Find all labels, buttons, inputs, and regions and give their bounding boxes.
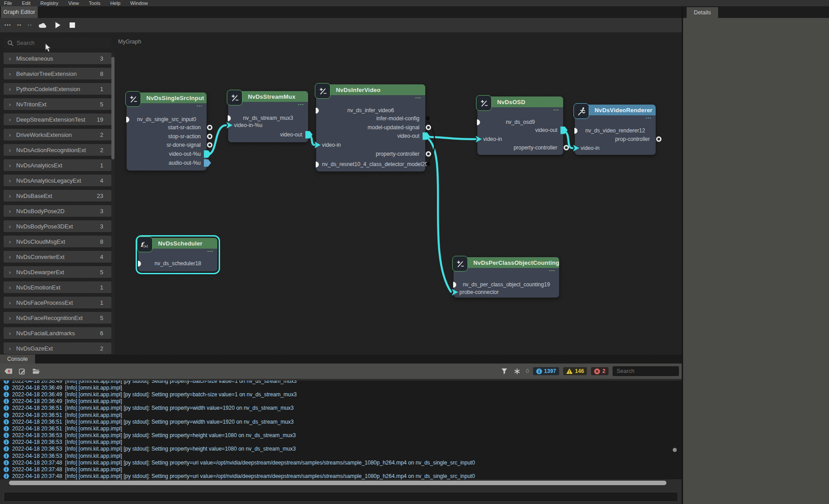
palette-item-DriveWorksExtension[interactable]: ›DriveWorksExtension2 xyxy=(4,129,111,140)
port-prop-controller[interactable]: prop-controller xyxy=(575,136,656,143)
output-tag-marker[interactable] xyxy=(423,132,430,140)
ring-port-marker[interactable] xyxy=(564,145,569,150)
palette-item-NvDsFacialLandmarks[interactable]: ›NvDsFacialLandmarks6 xyxy=(4,327,111,339)
menu-item-edit[interactable]: Edit xyxy=(22,0,31,6)
node-options-dots[interactable]: ••• xyxy=(553,108,559,112)
log-row[interactable]: 2022-04-18 20:37:48 [Info] [omni.kit.app… xyxy=(0,466,682,473)
node-options-dots[interactable]: ••• xyxy=(207,249,213,253)
port-start-sr-action[interactable]: start-sr-action xyxy=(127,124,207,131)
palette-item-NvDsDewarperExt[interactable]: ›NvDsDewarperExt5 xyxy=(4,266,111,278)
port-nv_ds_per_class_object_counting19[interactable]: nv_ds_per_class_object_counting19 xyxy=(454,281,559,288)
tab-console[interactable]: Console xyxy=(0,355,35,364)
log-row[interactable]: 2022-04-18 20:36:51 [Info] [omni.kit.app… xyxy=(0,425,682,432)
palette-scrollbar[interactable] xyxy=(111,53,115,355)
connected-dot-marker[interactable] xyxy=(426,162,430,166)
palette-search-box[interactable] xyxy=(4,38,111,48)
instance-port-marker[interactable] xyxy=(316,108,319,114)
tab-details[interactable]: Details xyxy=(687,7,718,18)
log-row[interactable]: 2022-04-18 20:36:49 [Info] [omni.kit.app… xyxy=(0,398,682,405)
menu-item-file[interactable]: File xyxy=(4,0,12,6)
menu-item-help[interactable]: Help xyxy=(110,0,120,6)
log-row[interactable]: 2022-04-18 20:36:49 [Info] [omni.kit.app… xyxy=(0,381,682,384)
palette-item-PythonCodeletExtension[interactable]: ›PythonCodeletExtension1 xyxy=(4,83,111,95)
palette-search-input[interactable] xyxy=(17,40,102,46)
cloud-button[interactable] xyxy=(38,21,47,29)
palette-item-NvDsBodyPose2D[interactable]: ›NvDsBodyPose2D3 xyxy=(4,205,111,217)
port-property-controller[interactable]: property-controller xyxy=(477,144,563,151)
verbose-asterisk-icon[interactable] xyxy=(513,367,522,375)
port-nv_ds_single_src_input0[interactable]: nv_ds_single_src_input0 xyxy=(127,116,207,123)
port-video-in-%u[interactable]: video-in-%u xyxy=(228,122,308,129)
node-options-dots[interactable]: ••• xyxy=(549,268,555,272)
port-infer-model-config[interactable]: infer-model-config xyxy=(316,115,425,122)
instance-port-marker[interactable] xyxy=(126,117,129,123)
log-row[interactable]: 2022-04-18 20:36:53 [Info] [omni.kit.app… xyxy=(0,446,682,452)
edge-nvds-infer-video.video-out-to-nvds-per-class-object-counting.probe-connector[interactable] xyxy=(427,138,451,292)
dot-port-marker[interactable] xyxy=(426,116,430,120)
menu-item-window[interactable]: Window xyxy=(130,0,148,6)
palette-item-NvDsCloudMsgExt[interactable]: ›NvDsCloudMsgExt8 xyxy=(4,236,111,247)
node-nvds-scheduler[interactable]: NvDsSchedulerf(x)•••nv_ds_scheduler18 xyxy=(138,238,217,272)
port-stop-sr-action[interactable]: stop-sr-action xyxy=(127,133,207,140)
port-nv_ds_video_renderer12[interactable]: nv_ds_video_renderer12 xyxy=(575,127,656,134)
port-model-updated-signal[interactable]: model-updated-signal xyxy=(316,124,425,131)
ring-port-marker[interactable] xyxy=(207,125,212,130)
palette-item-NvDsEmotionExt[interactable]: ›NvDsEmotionExt1 xyxy=(4,281,111,293)
filter-funnel-icon[interactable] xyxy=(500,367,509,375)
node-options-dots[interactable]: ••• xyxy=(415,96,421,100)
input-arrow-marker[interactable] xyxy=(476,136,482,143)
input-arrow-marker[interactable] xyxy=(314,142,321,149)
log-row[interactable]: 2022-04-18 20:36:51 [Info] [omni.kit.app… xyxy=(0,418,682,425)
menu-item-registry[interactable]: Registry xyxy=(40,0,58,6)
instance-port-marker[interactable] xyxy=(316,162,319,167)
log-row[interactable]: 2022-04-18 20:36:49 [Info] [omni.kit.app… xyxy=(0,391,682,398)
palette-item-NvDsFaceProcessExt[interactable]: ›NvDsFaceProcessExt1 xyxy=(4,297,111,308)
ring-port-marker[interactable] xyxy=(656,136,661,142)
output-tag-marker[interactable] xyxy=(204,150,211,158)
port-property-controller[interactable]: property-controller xyxy=(316,150,425,158)
port-audio-out-%u[interactable]: audio-out-%u xyxy=(127,159,207,167)
output-tag-marker[interactable] xyxy=(305,131,313,139)
ring-port-marker[interactable] xyxy=(426,151,431,157)
node-nvds-stream-mux[interactable]: NvDsStreamMux•••nv_ds_stream_mux3video-i… xyxy=(228,91,308,142)
node-nvds-video-renderer[interactable]: NvDsVideoRenderer•••nv_ds_video_renderer… xyxy=(575,105,656,155)
palette-item-NvDsFaceRecognitionExt[interactable]: ›NvDsFaceRecognitionExt5 xyxy=(4,312,111,324)
output-tag-marker[interactable] xyxy=(204,159,211,167)
port-video-in[interactable]: video-in xyxy=(477,136,563,143)
palette-item-NvDsAnalyticsLegacyExt[interactable]: ›NvDsAnalyticsLegacyExt4 xyxy=(4,175,111,186)
open-folder-icon[interactable] xyxy=(31,367,40,375)
input-arrow-marker[interactable] xyxy=(573,145,579,152)
node-nvds-osd[interactable]: NvDsOSD•••nv_ds_osd9video-outvideo-inpro… xyxy=(477,96,563,155)
node-options-dots[interactable]: ••• xyxy=(298,102,304,106)
console-vertical-scrollbar-thumb[interactable] xyxy=(673,448,677,452)
toolbar-overflow-dots-2[interactable]: •• xyxy=(17,23,22,27)
instance-port-marker[interactable] xyxy=(228,115,231,121)
palette-item-Miscellaneous[interactable]: ›Miscellaneous3 xyxy=(4,53,111,64)
edit-script-icon[interactable] xyxy=(18,367,26,375)
console-search-input[interactable] xyxy=(613,366,679,376)
log-row[interactable]: 2022-04-18 20:37:48 [Info] [omni.kit.app… xyxy=(0,473,682,479)
instance-port-marker[interactable] xyxy=(574,128,578,134)
port-video-out[interactable]: video-out xyxy=(316,132,425,140)
node-nvds-infer-video[interactable]: NvDsInferVideo•••nv_ds_infer_video6infer… xyxy=(316,84,425,171)
node-nvds-single-src-input[interactable]: NvDsSingleSrcInput•••nv_ds_single_src_in… xyxy=(127,92,207,171)
port-video-out-%u[interactable]: video-out-%u xyxy=(127,150,207,158)
log-row[interactable]: 2022-04-18 20:36:51 [Info] [omni.kit.app… xyxy=(0,412,682,418)
console-log-area[interactable]: 2022-04-18 20:36:49 [Info] [omni.kit.app… xyxy=(0,381,682,479)
instance-port-marker[interactable] xyxy=(453,282,456,288)
port-nv_ds_scheduler18[interactable]: nv_ds_scheduler18 xyxy=(138,260,217,267)
warning-count-pill[interactable]: 146 xyxy=(563,367,587,375)
ring-port-marker[interactable] xyxy=(207,142,212,148)
palette-scrollbar-thumb[interactable] xyxy=(111,57,115,159)
stop-button[interactable] xyxy=(68,21,77,29)
port-video-in[interactable]: video-in xyxy=(575,145,656,152)
input-arrow-marker[interactable] xyxy=(452,289,458,296)
port-video-in[interactable]: video-in xyxy=(316,141,425,149)
palette-item-NvDsBaseExt[interactable]: ›NvDsBaseExt23 xyxy=(4,190,111,202)
instance-port-marker[interactable] xyxy=(477,119,480,125)
port-nv_ds_infer_video6[interactable]: nv_ds_infer_video6 xyxy=(316,107,425,114)
palette-item-NvDsActionRecognitionExt[interactable]: ›NvDsActionRecognitionExt2 xyxy=(4,144,111,156)
port-nv_ds_osd9[interactable]: nv_ds_osd9 xyxy=(477,118,563,126)
input-arrow-marker[interactable] xyxy=(226,122,233,129)
palette-item-DeepStreamExtensionTest[interactable]: ›DeepStreamExtensionTest19 xyxy=(4,114,111,125)
